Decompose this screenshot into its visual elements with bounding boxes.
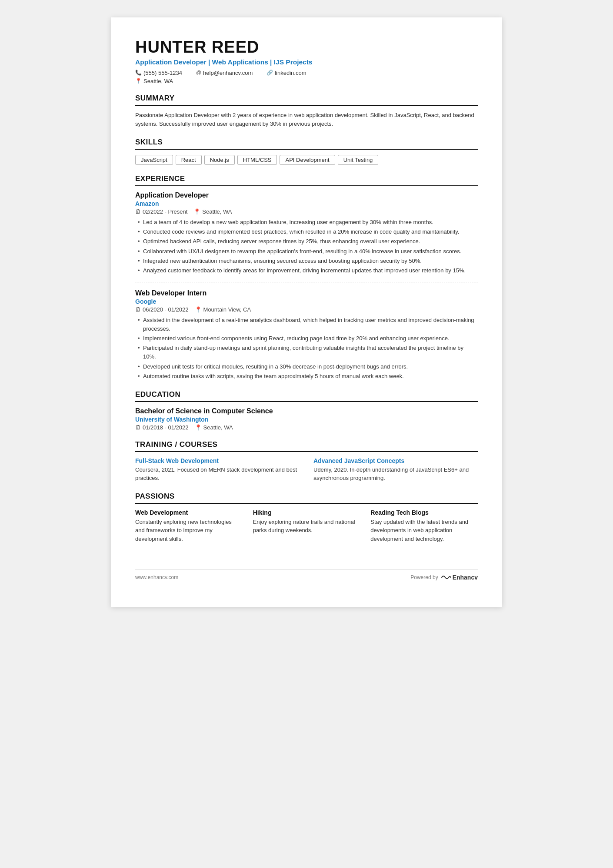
- skills-section: SKILLS JavaScriptReactNode.jsHTML/CSSAPI…: [135, 138, 478, 165]
- enhancv-logo: Enhancv: [441, 574, 478, 581]
- jobs-container: Application Developer Amazon 🗓 02/2022 -…: [135, 191, 478, 381]
- skill-tag: Unit Testing: [338, 155, 379, 165]
- training-title: TRAINING / COURSES: [135, 440, 478, 452]
- passion-desc: Enjoy exploring nature trails and nation…: [253, 518, 360, 535]
- training-item: Full-Stack Web Development Coursera, 202…: [135, 457, 300, 483]
- job-meta: 🗓 02/2022 - Present 📍 Seattle, WA: [135, 208, 478, 215]
- job-title: Web Developer Intern: [135, 289, 478, 297]
- bullet-item: Integrated new authentication mechanisms…: [137, 257, 478, 265]
- education-title: EDUCATION: [135, 390, 478, 402]
- calendar-icon: 🗓: [135, 208, 141, 215]
- job-entry: Application Developer Amazon 🗓 02/2022 -…: [135, 191, 478, 282]
- footer-powered-by: Powered by Enhancv: [410, 574, 478, 581]
- job-entry: Web Developer Intern Google 🗓 06/2020 - …: [135, 289, 478, 381]
- bullet-list: Assisted in the development of a real-ti…: [135, 316, 478, 381]
- education-section: EDUCATION Bachelor of Science in Compute…: [135, 390, 478, 431]
- skill-tag: React: [176, 155, 202, 165]
- passion-desc: Stay updated with the latest trends and …: [370, 518, 478, 543]
- pin-icon: 📍: [193, 208, 200, 215]
- bullet-item: Collaborated with UX/UI designers to rev…: [137, 247, 478, 256]
- page-footer: www.enhancv.com Powered by Enhancv: [135, 569, 478, 581]
- passions-section: PASSIONS Web Development Constantly expl…: [135, 492, 478, 543]
- job-location: 📍 Seattle, WA: [193, 208, 232, 215]
- location-contact: 📍 Seattle, WA: [135, 78, 173, 84]
- skills-list: JavaScriptReactNode.jsHTML/CSSAPI Develo…: [135, 155, 478, 165]
- skill-tag: HTML/CSS: [237, 155, 277, 165]
- skills-title: SKILLS: [135, 138, 478, 150]
- training-course-title: Advanced JavaScript Concepts: [313, 457, 478, 464]
- bullet-item: Automated routine tasks with scripts, sa…: [137, 372, 478, 381]
- candidate-title: Application Developer | Web Applications…: [135, 58, 478, 66]
- enhancv-logo-icon: [441, 574, 451, 580]
- passion-title: Hiking: [253, 509, 360, 516]
- summary-text: Passionate Application Developer with 2 …: [135, 111, 478, 128]
- pin-icon: 📍: [195, 306, 202, 313]
- enhancv-brand-name: Enhancv: [453, 574, 478, 581]
- phone-contact: 📞 (555) 555-1234: [135, 70, 182, 76]
- training-course-title: Full-Stack Web Development: [135, 457, 300, 464]
- job-location: 📍 Mountain View, CA: [195, 306, 251, 313]
- job-dates: 🗓 02/2022 - Present: [135, 208, 187, 215]
- passion-item: Hiking Enjoy exploring nature trails and…: [253, 509, 360, 543]
- job-title: Application Developer: [135, 191, 478, 199]
- passion-title: Reading Tech Blogs: [370, 509, 478, 516]
- bullet-item: Assisted in the development of a real-ti…: [137, 316, 478, 333]
- candidate-name: HUNTER REED: [135, 38, 478, 57]
- bullet-item: Optimized backend API calls, reducing se…: [137, 237, 478, 246]
- bullet-item: Implemented various front-end components…: [137, 334, 478, 343]
- edu-degree: Bachelor of Science in Computer Science: [135, 407, 478, 415]
- location-icon: 📍: [135, 78, 142, 84]
- linkedin-url: linkedin.com: [275, 70, 306, 76]
- linkedin-contact: 🔗 linkedin.com: [267, 70, 306, 76]
- bullet-item: Led a team of 4 to develop a new web app…: [137, 218, 478, 227]
- email-address: help@enhancv.com: [203, 70, 253, 76]
- phone-icon: 📞: [135, 70, 142, 76]
- edu-meta: 🗓 01/2018 - 01/2022 📍 Seattle, WA: [135, 424, 478, 431]
- location-text: Seattle, WA: [143, 78, 173, 84]
- training-grid: Full-Stack Web Development Coursera, 202…: [135, 457, 478, 483]
- email-icon: @: [196, 70, 201, 76]
- edu-school: University of Washington: [135, 416, 478, 423]
- company-name: Amazon: [135, 200, 478, 207]
- passions-title: PASSIONS: [135, 492, 478, 504]
- bullet-item: Participated in daily stand-up meetings …: [137, 344, 478, 361]
- bullet-item: Analyzed customer feedback to identify a…: [137, 266, 478, 275]
- calendar-icon: 🗓: [135, 306, 141, 313]
- training-item: Advanced JavaScript Concepts Udemy, 2020…: [313, 457, 478, 483]
- bullet-item: Conducted code reviews and implemented b…: [137, 228, 478, 236]
- footer-url: www.enhancv.com: [135, 574, 178, 580]
- bullet-list: Led a team of 4 to develop a new web app…: [135, 218, 478, 275]
- job-meta: 🗓 06/2020 - 01/2022 📍 Mountain View, CA: [135, 306, 478, 313]
- header: HUNTER REED Application Developer | Web …: [135, 38, 478, 84]
- training-section: TRAINING / COURSES Full-Stack Web Develo…: [135, 440, 478, 483]
- skill-tag: Node.js: [204, 155, 235, 165]
- experience-title: EXPERIENCE: [135, 174, 478, 186]
- passion-item: Web Development Constantly exploring new…: [135, 509, 243, 543]
- pin-icon: 📍: [195, 424, 202, 431]
- location-row: 📍 Seattle, WA: [135, 78, 478, 84]
- company-name: Google: [135, 298, 478, 305]
- powered-by-label: Powered by: [410, 574, 438, 580]
- edu-location: 📍 Seattle, WA: [195, 424, 233, 431]
- summary-section: SUMMARY Passionate Application Developer…: [135, 94, 478, 128]
- calendar-icon: 🗓: [135, 424, 141, 431]
- skill-tag: JavaScript: [135, 155, 173, 165]
- bullet-item: Developed unit tests for critical module…: [137, 362, 478, 371]
- training-course-desc: Coursera, 2021. Focused on MERN stack de…: [135, 466, 300, 483]
- skill-tag: API Development: [280, 155, 335, 165]
- passion-item: Reading Tech Blogs Stay updated with the…: [370, 509, 478, 543]
- phone-number: (555) 555-1234: [143, 70, 182, 76]
- training-course-desc: Udemy, 2020. In-depth understanding of J…: [313, 466, 478, 483]
- contact-row: 📞 (555) 555-1234 @ help@enhancv.com 🔗 li…: [135, 70, 478, 76]
- job-dates: 🗓 06/2020 - 01/2022: [135, 306, 189, 313]
- passions-grid: Web Development Constantly exploring new…: [135, 509, 478, 543]
- passion-desc: Constantly exploring new technologies an…: [135, 518, 243, 543]
- passion-title: Web Development: [135, 509, 243, 516]
- summary-title: SUMMARY: [135, 94, 478, 106]
- edu-dates: 🗓 01/2018 - 01/2022: [135, 424, 189, 431]
- link-icon: 🔗: [267, 70, 273, 76]
- experience-section: EXPERIENCE Application Developer Amazon …: [135, 174, 478, 381]
- resume-page: HUNTER REED Application Developer | Web …: [111, 17, 502, 607]
- email-contact: @ help@enhancv.com: [196, 70, 253, 76]
